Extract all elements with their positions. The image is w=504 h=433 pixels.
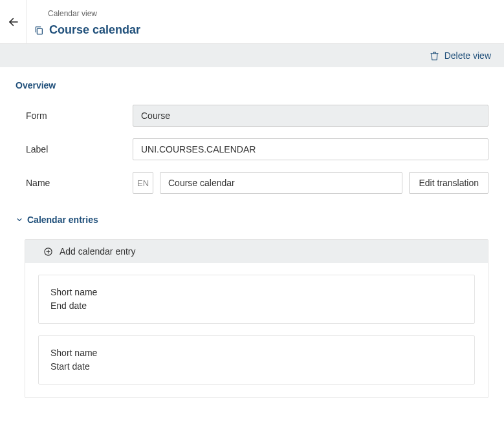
delete-view-button[interactable]: Delete view [430,50,491,61]
entry-line: Start date [50,360,463,374]
form-field: Course [133,105,488,127]
calendar-entry-card[interactable]: Short name End date [38,275,475,324]
name-input[interactable] [160,172,402,194]
arrow-left-icon [8,16,19,28]
form-label: Form [26,111,133,121]
copy-icon [34,25,44,36]
calendar-entries-section-title: Calendar entries [27,215,98,225]
breadcrumb: Calendar view [34,9,498,18]
label-input[interactable] [133,138,488,160]
trash-icon [430,51,439,61]
add-calendar-entry-button[interactable]: Add calendar entry [25,240,488,263]
calendar-entries-section-toggle[interactable]: Calendar entries [16,215,488,225]
label-label: Label [26,144,133,154]
calendar-entry-card[interactable]: Short name Start date [38,335,475,385]
entry-line: End date [50,299,463,313]
plus-circle-icon [43,247,53,257]
svg-rect-1 [37,28,42,34]
edit-translation-button[interactable]: Edit translation [409,172,488,194]
page-title: Course calendar [49,23,140,37]
entry-line: Short name [50,286,463,299]
add-calendar-entry-label: Add calendar entry [60,246,136,257]
name-label: Name [26,178,133,188]
back-button[interactable] [8,16,19,28]
delete-view-label: Delete view [444,50,491,61]
overview-section-title: Overview [16,80,488,90]
entry-line: Short name [50,346,463,360]
calendar-entries-panel: Add calendar entry Short name End date S… [25,239,488,398]
name-lang-indicator: EN [133,172,153,194]
chevron-down-icon [16,216,23,224]
